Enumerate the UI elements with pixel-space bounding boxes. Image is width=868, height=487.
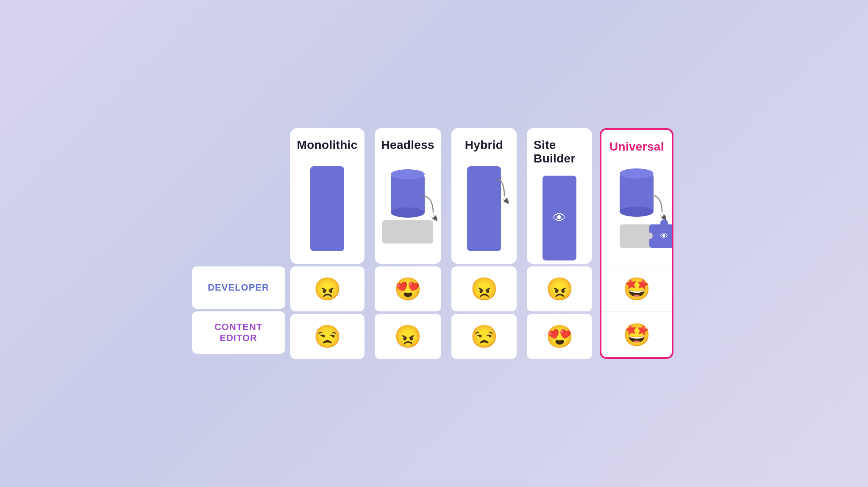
headless-developer-emoji: 😍: [394, 278, 422, 300]
developer-label-text: DEVELOPER: [208, 282, 269, 293]
universal-wrap: 🔌 👁: [620, 174, 654, 248]
hybrid-developer-emoji: 😠: [470, 278, 498, 300]
monolithic-contenteditor-cell: 😒: [290, 314, 364, 359]
svg-text:🔌: 🔌: [502, 196, 509, 204]
universal-illustration: 🔌 👁: [608, 164, 665, 257]
monolithic-developer-cell: 😠: [290, 266, 364, 311]
sitebuilder-rect: 👁: [542, 176, 576, 260]
universal-bottom: 👁: [620, 224, 654, 248]
hybrid-illustration: 🔌: [458, 162, 510, 255]
universal-cylinder: [620, 174, 654, 212]
universal-developer-emoji: 🤩: [623, 278, 651, 300]
universal-wire-svg: 🔌: [649, 195, 666, 220]
hybrid-developer-cell: 😠: [451, 266, 517, 311]
hybrid-wire-svg: 🔌: [496, 179, 509, 204]
sitebuilder-developer-cell: 😠: [527, 266, 592, 311]
hybrid-contenteditor-emoji: 😒: [470, 325, 498, 347]
sitebuilder-title: Site Builder: [534, 138, 585, 165]
row-labels-column: DEVELOPER CONTENT EDITOR: [192, 128, 285, 359]
headless-contenteditor-cell: 😠: [375, 314, 441, 359]
universal-header: Universal 🔌: [601, 130, 672, 266]
headless-column: Headless 🔌 😍 😠: [372, 128, 444, 359]
monolithic-header: Monolithic: [290, 128, 364, 264]
headless-developer-cell: 😍: [375, 266, 441, 311]
universal-cylinder-wrap: 🔌: [620, 174, 654, 212]
monolithic-contenteditor-emoji: 😒: [314, 325, 341, 347]
headless-wrap: 🔌: [382, 174, 433, 244]
headless-grey-box: [382, 220, 433, 244]
content-editor-label-text: CONTENT EDITOR: [197, 322, 280, 344]
universal-column: Universal 🔌: [600, 128, 673, 359]
monolithic-illustration: [297, 162, 358, 255]
sitebuilder-contenteditor-cell: 😍: [527, 314, 592, 359]
svg-text:🔌: 🔌: [431, 214, 437, 221]
universal-contenteditor-emoji: 🤩: [623, 324, 651, 346]
puzzle-eye-icon: 👁: [660, 231, 668, 241]
monolithic-rect: [310, 166, 344, 251]
monolithic-developer-emoji: 😠: [314, 278, 341, 300]
sitebuilder-eye-icon: 👁: [553, 210, 566, 226]
hybrid-column: Hybrid 🔌 😠 😒: [449, 128, 519, 359]
content-editor-row-label: CONTENT EDITOR: [192, 311, 285, 354]
sitebuilder-column: Site Builder 👁 😠 😍: [524, 128, 595, 359]
headless-illustration: 🔌: [381, 162, 434, 255]
developer-row-label: DEVELOPER: [192, 266, 285, 309]
sitebuilder-contenteditor-emoji: 😍: [546, 325, 573, 347]
hybrid-title: Hybrid: [465, 138, 503, 152]
headless-contenteditor-emoji: 😠: [394, 325, 422, 347]
universal-title: Universal: [609, 140, 664, 154]
headless-title: Headless: [381, 138, 434, 152]
puzzle-piece: 👁: [649, 224, 673, 248]
headless-cylinder-wrap: 🔌: [391, 174, 425, 213]
monolithic-column: Monolithic 😠 😒: [288, 128, 367, 359]
universal-contenteditor-cell: 🤩: [601, 311, 672, 357]
puzzle-tab: [660, 219, 668, 227]
puzzle-notch: [646, 232, 653, 239]
monolithic-title: Monolithic: [297, 138, 358, 152]
sitebuilder-header: Site Builder 👁: [527, 128, 592, 264]
universal-developer-cell: 🤩: [601, 266, 672, 311]
headless-header: Headless 🔌: [375, 128, 441, 264]
headless-wire-svg: 🔌: [420, 196, 437, 221]
hybrid-header: Hybrid 🔌: [451, 128, 517, 264]
hybrid-contenteditor-cell: 😒: [451, 314, 517, 359]
headless-cylinder: [391, 174, 425, 213]
hybrid-wrap: 🔌: [467, 166, 501, 251]
sitebuilder-developer-emoji: 😠: [546, 278, 573, 300]
sitebuilder-illustration: 👁: [534, 176, 585, 260]
